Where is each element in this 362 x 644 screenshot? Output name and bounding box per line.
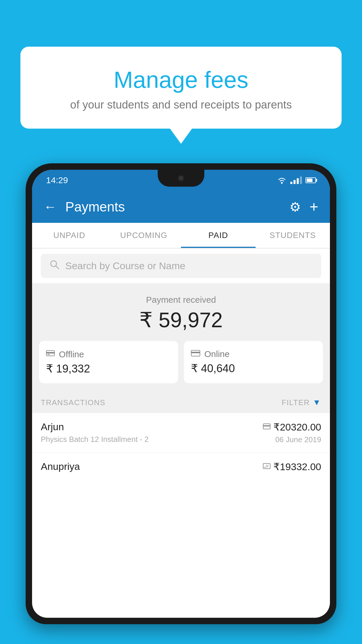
transaction-detail: Physics Batch 12 Installment - 2: [41, 435, 263, 444]
payment-received-label: Payment received: [32, 295, 330, 305]
tab-unpaid[interactable]: UNPAID: [32, 223, 107, 248]
transactions-label: TRANSACTIONS: [41, 398, 106, 407]
transaction-name: Arjun: [41, 421, 263, 433]
svg-rect-9: [263, 425, 270, 426]
payment-received-section: Payment received ₹ 59,972: [32, 283, 330, 341]
signal-icon: [290, 176, 302, 184]
transaction-row: Arjun Physics Batch 12 Installment - 2 ₹…: [32, 413, 330, 453]
svg-rect-4: [46, 352, 55, 354]
offline-label: Offline: [59, 349, 84, 359]
battery-icon: [305, 177, 316, 183]
search-icon: [50, 260, 59, 272]
online-label: Online: [204, 349, 230, 359]
transaction-left-2: Anupriya: [41, 461, 263, 475]
filter-label: FILTER: [282, 398, 310, 407]
transaction-date: 06 June 2019: [275, 435, 321, 444]
transactions-header: TRANSACTIONS FILTER ▼: [32, 392, 330, 413]
search-box[interactable]: Search by Course or Name: [41, 254, 321, 278]
transaction-amount: ₹20320.00: [273, 421, 321, 433]
back-button[interactable]: ←: [44, 200, 57, 213]
online-card: Online ₹ 40,640: [184, 341, 323, 383]
svg-rect-5: [48, 354, 50, 355]
notch: [158, 170, 204, 187]
svg-rect-7: [191, 352, 200, 353]
bubble-title: Manage fees: [38, 67, 324, 93]
tab-upcoming[interactable]: UPCOMING: [107, 223, 181, 248]
online-amount: ₹ 40,640: [191, 362, 316, 375]
status-bar: 14:29: [32, 170, 330, 191]
search-input[interactable]: Search by Course or Name: [65, 260, 185, 272]
transaction-row-partial: Anupriya ₹19332.00: [32, 453, 330, 475]
filter-button[interactable]: FILTER ▼: [282, 398, 321, 407]
search-container: Search by Course or Name: [32, 249, 330, 283]
payment-type-icon-2: [263, 462, 270, 471]
transaction-amount-2: ₹19332.00: [273, 461, 321, 473]
filter-icon: ▼: [313, 398, 321, 407]
phone-outer: 14:29: [26, 163, 336, 624]
tabs-bar: UNPAID UPCOMING PAID STUDENTS: [32, 223, 330, 249]
status-time: 14:29: [46, 175, 68, 185]
status-icons: [277, 176, 316, 184]
app-header: ← Payments ⚙ +: [32, 191, 330, 223]
bubble-subtitle: of your students and send receipts to pa…: [38, 99, 324, 111]
transaction-right-2: ₹19332.00: [263, 461, 321, 473]
tab-students[interactable]: STUDENTS: [256, 223, 330, 248]
settings-button[interactable]: ⚙: [289, 200, 301, 214]
offline-amount: ₹ 19,332: [46, 362, 171, 375]
speech-bubble: Manage fees of your students and send re…: [20, 47, 342, 129]
svg-point-0: [281, 182, 283, 184]
payment-type-icon: [263, 422, 270, 432]
phone-inner: 14:29: [32, 170, 330, 618]
phone-container: 14:29: [26, 163, 336, 644]
header-title: Payments: [65, 199, 281, 215]
offline-card: Offline ₹ 19,332: [39, 341, 178, 383]
online-icon: [191, 349, 200, 359]
svg-rect-11: [264, 467, 266, 468]
camera: [178, 175, 184, 181]
tab-paid[interactable]: PAID: [181, 223, 256, 248]
transaction-right: ₹20320.00 06 June 2019: [263, 421, 321, 444]
svg-point-1: [51, 261, 57, 267]
wifi-icon: [277, 176, 287, 184]
transaction-left: Arjun Physics Batch 12 Installment - 2: [41, 421, 263, 444]
transaction-name-2: Anupriya: [41, 461, 263, 472]
payment-received-amount: ₹ 59,972: [32, 308, 330, 332]
offline-icon: [46, 349, 55, 359]
speech-bubble-container: Manage fees of your students and send re…: [20, 47, 342, 129]
svg-line-2: [56, 266, 59, 269]
add-button[interactable]: +: [310, 198, 318, 216]
payment-cards: Offline ₹ 19,332 Online ₹ 4: [32, 341, 330, 392]
